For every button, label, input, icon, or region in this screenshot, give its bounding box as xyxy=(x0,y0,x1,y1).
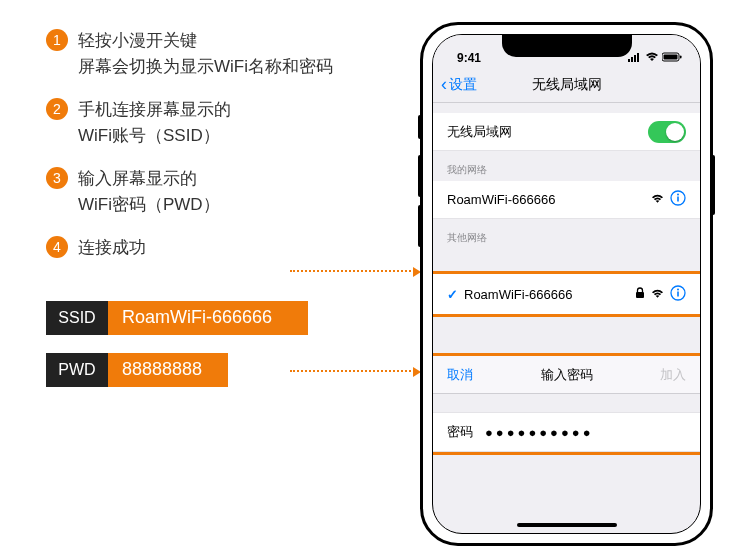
wifi-signal-icon xyxy=(651,192,664,207)
info-icon[interactable] xyxy=(670,190,686,209)
password-field-label: 密码 xyxy=(447,423,473,441)
svg-rect-1 xyxy=(631,57,633,62)
selected-network-name: RoamWiFi-666666 xyxy=(464,287,635,302)
ssid-row: SSID RoamWiFi-666666 xyxy=(46,301,376,335)
password-cancel-button[interactable]: 取消 xyxy=(447,366,473,384)
status-time: 9:41 xyxy=(457,51,481,65)
wifi-toggle-switch[interactable] xyxy=(648,121,686,143)
step-text: 输入屏幕显示的 WiFi密码（PWD） xyxy=(78,166,220,217)
checkmark-icon: ✓ xyxy=(447,287,458,302)
other-networks-header: 其他网络 xyxy=(433,219,700,249)
svg-rect-9 xyxy=(677,197,679,202)
instructions-column: 1 轻按小漫开关键 屏幕会切换为显示WiFi名称和密码 2 手机连接屏幕显示的 … xyxy=(46,28,376,405)
credentials-block: SSID RoamWiFi-666666 PWD 88888888 xyxy=(46,301,376,387)
wifi-icon xyxy=(645,51,659,65)
wifi-signal-icon xyxy=(651,287,664,302)
step-number: 3 xyxy=(46,167,68,189)
svg-rect-13 xyxy=(677,291,679,296)
lock-icon xyxy=(635,287,645,302)
svg-rect-3 xyxy=(637,53,639,62)
step-text: 手机连接屏幕显示的 WiFi账号（SSID） xyxy=(78,97,231,148)
step-3: 3 输入屏幕显示的 WiFi密码（PWD） xyxy=(46,166,376,217)
svg-rect-10 xyxy=(636,292,644,298)
step-text: 轻按小漫开关键 屏幕会切换为显示WiFi名称和密码 xyxy=(78,28,333,79)
svg-rect-0 xyxy=(628,59,630,62)
pwd-label: PWD xyxy=(46,353,108,387)
password-field-value: ●●●●●●●●●● xyxy=(485,425,594,440)
step-number: 1 xyxy=(46,29,68,51)
nav-bar: ‹ 设置 无线局域网 xyxy=(433,67,700,103)
step-number: 4 xyxy=(46,236,68,258)
password-join-button[interactable]: 加入 xyxy=(660,366,686,384)
ssid-label: SSID xyxy=(46,301,108,335)
svg-point-12 xyxy=(677,288,679,290)
ssid-value: RoamWiFi-666666 xyxy=(108,301,308,335)
password-input-row[interactable]: 密码 ●●●●●●●●●● xyxy=(433,412,700,452)
pwd-value: 88888888 xyxy=(108,353,228,387)
step-number: 2 xyxy=(46,98,68,120)
step-4: 4 连接成功 xyxy=(46,235,376,261)
battery-icon xyxy=(662,51,682,65)
password-dialog: 取消 输入密码 加入 密码 ●●●●●●●●●● xyxy=(433,356,700,452)
chevron-left-icon: ‹ xyxy=(441,74,447,95)
nav-back-button[interactable]: ‹ 设置 xyxy=(441,74,477,95)
selected-network-row[interactable]: ✓ RoamWiFi-666666 xyxy=(433,274,700,314)
svg-point-8 xyxy=(677,194,679,196)
connector-line-ssid xyxy=(290,270,415,272)
signal-icon xyxy=(628,51,642,65)
my-network-row[interactable]: RoamWiFi-666666 xyxy=(433,181,700,219)
home-indicator xyxy=(517,523,617,527)
nav-title: 无线局域网 xyxy=(532,76,602,94)
svg-rect-2 xyxy=(634,55,636,62)
svg-rect-6 xyxy=(680,56,682,59)
phone-mockup: 9:41 ‹ 设置 无线局域网 无线局域网 xyxy=(420,22,713,546)
step-1: 1 轻按小漫开关键 屏幕会切换为显示WiFi名称和密码 xyxy=(46,28,376,79)
network-name: RoamWiFi-666666 xyxy=(447,192,651,207)
svg-rect-5 xyxy=(664,55,678,60)
step-text: 连接成功 xyxy=(78,235,146,261)
connector-line-pwd xyxy=(290,370,415,372)
password-dialog-title: 输入密码 xyxy=(541,366,593,384)
wifi-toggle-row[interactable]: 无线局域网 xyxy=(433,113,700,151)
step-2: 2 手机连接屏幕显示的 WiFi账号（SSID） xyxy=(46,97,376,148)
my-networks-header: 我的网络 xyxy=(433,151,700,181)
wifi-toggle-label: 无线局域网 xyxy=(447,123,648,141)
info-icon[interactable] xyxy=(670,285,686,304)
phone-notch xyxy=(502,35,632,57)
